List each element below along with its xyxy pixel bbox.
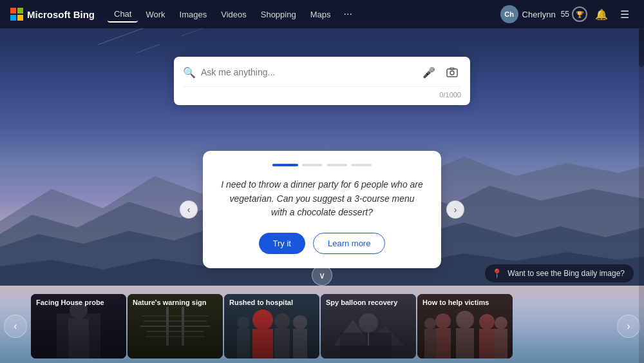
card-next-arrow[interactable]: › — [446, 201, 464, 219]
nav-right: Ch Cherlynn 55 🏆 🔔 ☰ — [500, 5, 634, 23]
microsoft-logo-squares — [10, 8, 23, 21]
news-card-title-5: How to help victims — [422, 298, 507, 307]
news-card-5[interactable]: How to help victims — [417, 294, 513, 358]
dot-4[interactable] — [351, 164, 372, 166]
nav-maps[interactable]: Maps — [304, 7, 337, 22]
news-card-4[interactable]: Spy balloon recovery — [321, 294, 416, 358]
scrollbar-thumb[interactable] — [639, 28, 644, 67]
daily-image-badge[interactable]: 📍 Want to see the Bing daily image? — [485, 264, 634, 282]
nav-shopping[interactable]: Shopping — [254, 7, 303, 22]
logo-sq-blue — [10, 15, 16, 21]
news-cards: Facing House probe Nature's warning sign — [31, 289, 613, 363]
search-box: 🔍 🎤 0/1000 — [174, 57, 470, 105]
news-card-title-2: Nature's warning sign — [133, 298, 218, 307]
search-input[interactable] — [201, 67, 415, 77]
svg-rect-4 — [447, 69, 457, 77]
mic-icon: 🎤 — [422, 66, 435, 79]
search-input-row: 🔍 🎤 — [183, 63, 461, 81]
search-icon: 🔍 — [183, 66, 196, 79]
nav-images[interactable]: Images — [173, 7, 214, 22]
nav-work[interactable]: Work — [139, 7, 171, 22]
user-info[interactable]: Ch Cherlynn — [500, 5, 556, 23]
news-strip: ‹ Facing House probe — [0, 289, 644, 363]
suggestion-text: I need to throw a dinner party for 6 peo… — [221, 178, 423, 220]
search-area: 🔍 🎤 0/1000 — [174, 57, 470, 105]
news-card-2[interactable]: Nature's warning sign — [128, 294, 223, 358]
camera-button[interactable] — [443, 63, 461, 81]
news-next-button[interactable]: › — [617, 315, 640, 338]
news-card-title-1: Facing House probe — [36, 298, 121, 307]
logo-sq-green — [17, 8, 23, 14]
news-card-title-3: Rushed to hospital — [229, 298, 314, 307]
nav-videos[interactable]: Videos — [214, 7, 253, 22]
menu-button[interactable]: ☰ — [616, 5, 634, 23]
try-it-button[interactable]: Try it — [259, 233, 305, 254]
news-card-1[interactable]: Facing House probe — [31, 294, 126, 358]
navbar: Microsoft Bing Chat Work Images Videos S… — [0, 0, 644, 28]
card-buttons: Try it Learn more — [221, 233, 423, 254]
reward-badge[interactable]: 55 🏆 — [561, 6, 587, 22]
progress-dots — [221, 164, 423, 166]
news-card-title-4: Spy balloon recovery — [326, 298, 411, 307]
dot-1[interactable] — [272, 164, 298, 166]
suggestion-card: ‹ I need to throw a dinner party for 6 p… — [203, 151, 441, 268]
reward-score: 55 — [561, 10, 569, 19]
notification-bell-button[interactable]: 🔔 — [592, 5, 611, 23]
search-footer: 0/1000 — [183, 86, 461, 99]
logo-sq-red — [10, 8, 16, 14]
nav-links: Chat Work Images Videos Shopping Maps ··… — [108, 6, 500, 23]
news-prev-button[interactable]: ‹ — [4, 315, 27, 338]
dot-3[interactable] — [327, 164, 347, 166]
char-count: 0/1000 — [439, 91, 461, 99]
logo-text: Microsoft Bing — [27, 9, 95, 20]
dot-2[interactable] — [302, 164, 323, 166]
card-prev-arrow[interactable]: ‹ — [180, 201, 198, 219]
user-name: Cherlynn — [522, 10, 556, 19]
learn-more-button[interactable]: Learn more — [313, 233, 385, 254]
nav-chat[interactable]: Chat — [108, 6, 138, 23]
nav-more[interactable]: ··· — [338, 6, 357, 23]
mic-button[interactable]: 🎤 — [420, 63, 438, 81]
scroll-down-circle[interactable]: ∨ — [312, 265, 332, 286]
svg-point-5 — [450, 71, 454, 75]
camera-icon — [446, 66, 458, 78]
logo[interactable]: Microsoft Bing — [10, 8, 95, 21]
scroll-down-button: ∨ — [312, 265, 332, 286]
chevron-down-icon: ∨ — [319, 270, 325, 280]
avatar: Ch — [500, 5, 518, 23]
daily-image-text: Want to see the Bing daily image? — [507, 269, 625, 278]
news-card-3[interactable]: Rushed to hospital — [224, 294, 319, 358]
location-icon: 📍 — [491, 268, 502, 279]
reward-icon: 🏆 — [572, 6, 587, 22]
logo-sq-yellow — [17, 15, 23, 21]
scrollbar[interactable] — [639, 28, 644, 363]
